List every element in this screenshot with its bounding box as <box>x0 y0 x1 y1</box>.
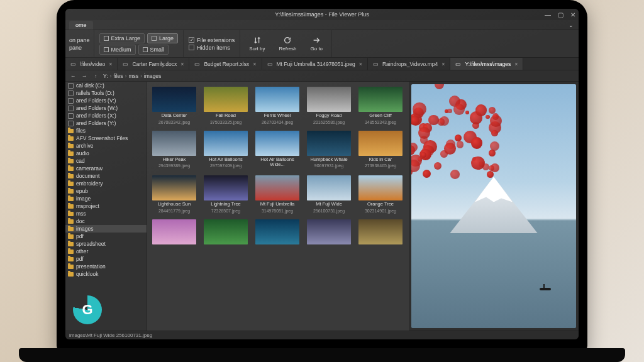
thumbnail-filename: 201625586.jpeg <box>313 120 345 124</box>
thumbnail-name: Hot Air Balloons Wide... <box>255 157 299 168</box>
drive-icon <box>68 90 74 96</box>
folder-item[interactable]: image <box>65 195 147 202</box>
ribbon: on pane pane Extra Large Large Medium Sm… <box>65 30 579 58</box>
tab-close-icon[interactable]: × <box>180 61 184 67</box>
refresh-button[interactable]: Refresh <box>275 35 300 53</box>
thumbnail-item[interactable]: Hot Air Balloons Wide... <box>255 131 299 169</box>
thumbnail-item[interactable]: Foggy Road201625586.jpeg <box>307 87 351 124</box>
folder-item[interactable]: quicklook <box>65 270 147 278</box>
thumbnail-item[interactable]: Mt Fuji Umbrella314978051.jpeg <box>255 175 299 213</box>
thumbnail-item[interactable]: Kids in Car273938465.jpeg <box>358 131 402 169</box>
document-tab[interactable]: ▭Mt Fuji Umbrella 314978051.jpeg× <box>262 58 368 70</box>
tab-close-icon[interactable]: × <box>514 61 518 67</box>
thumbnail-item[interactable] <box>358 219 402 247</box>
sort-by-button[interactable]: Sort by <box>245 35 269 53</box>
thumbnail-image <box>307 175 351 200</box>
window-title: Y:\files\mss\images - File Viewer Plus <box>275 11 369 18</box>
folder-icon <box>68 136 74 141</box>
folder-item[interactable]: pdf <box>65 255 147 263</box>
thumbnail-item[interactable]: Mt Fuji Wide256100731.jpeg <box>307 175 351 213</box>
thumbnail-grid[interactable]: Data Center267083342.jpegFall Road375033… <box>147 82 409 331</box>
folder-tree[interactable]: cal disk (C:)rallels Tools (D:)ared Fold… <box>65 82 147 331</box>
thumbnail-item[interactable]: Data Center267083342.jpeg <box>152 87 196 124</box>
thumbnail-item[interactable]: Hot Air Balloons297597409.jpeg <box>204 131 248 169</box>
breadcrumb[interactable]: Y:›files›mss›images <box>103 73 161 79</box>
thumbnail-item[interactable] <box>152 219 196 247</box>
hidden-items-check[interactable]: Hidden items <box>189 45 235 51</box>
go-to-button[interactable]: Go to <box>307 35 327 53</box>
thumbnail-filename: 267083342.jpeg <box>158 120 190 124</box>
thumbnail-item[interactable] <box>204 219 248 247</box>
minimize-button[interactable]: — <box>545 11 551 18</box>
thumbnail-item[interactable]: Orange Tree302314901.jpeg <box>358 175 402 213</box>
preview-pane-button[interactable]: pane <box>69 45 82 51</box>
folder-item[interactable]: presentation <box>65 263 147 270</box>
tab-home[interactable]: ome <box>69 21 93 30</box>
tab-close-icon[interactable]: × <box>441 61 445 67</box>
folder-item[interactable]: images <box>65 225 147 233</box>
size-small-button[interactable]: Small <box>138 45 169 55</box>
folder-item[interactable]: document <box>65 172 147 180</box>
refresh-icon <box>283 36 292 45</box>
thumbnail-image <box>255 175 299 200</box>
tab-close-icon[interactable]: × <box>253 61 256 67</box>
thumbnail-item[interactable]: Ferris Wheel262703434.jpeg <box>255 87 299 124</box>
maple-leaves-graphic <box>411 84 512 180</box>
folder-item[interactable]: audio <box>65 150 147 157</box>
folder-item[interactable]: doc <box>65 217 147 225</box>
tab-close-icon[interactable]: × <box>109 61 112 67</box>
folder-item[interactable]: mss <box>65 210 147 217</box>
size-medium-button[interactable]: Medium <box>99 45 136 55</box>
maximize-button[interactable]: ▢ <box>557 11 564 18</box>
size-extra-large-button[interactable]: Extra Large <box>99 33 145 43</box>
folder-item[interactable]: archive <box>65 142 147 150</box>
thumbnail-item[interactable]: Lighthouse Sun284491779.jpeg <box>152 175 196 213</box>
navigation-pane-button[interactable]: on pane <box>69 37 90 43</box>
folder-item[interactable]: embroidery <box>65 180 147 187</box>
document-tab[interactable]: ▭Carter Family.docx× <box>118 58 189 70</box>
folder-item[interactable]: pdf <box>65 233 147 240</box>
tab-label: Budget Report.xlsx <box>204 61 249 67</box>
folder-item[interactable]: msproject <box>65 202 147 210</box>
thumbnail-image <box>307 219 351 244</box>
file-extensions-check[interactable]: ✓File extensions <box>189 37 235 43</box>
drive-item[interactable]: rallels Tools (D:) <box>65 89 147 97</box>
thumbnail-item[interactable]: Lightning Tree72328507.jpeg <box>204 175 248 213</box>
document-tab[interactable]: ▭Y:\files\mss\images× <box>450 58 523 70</box>
drive-item[interactable]: cal disk (C:) <box>65 82 147 89</box>
thumbnail-item[interactable] <box>307 219 351 247</box>
folder-icon <box>68 182 74 186</box>
folder-item[interactable]: AFV Screenshot Files <box>65 134 147 142</box>
thumbnail-filename: 297597409.jpeg <box>210 163 242 168</box>
thumbnail-filename: 348553343.jpeg <box>365 120 396 124</box>
nav-back-button[interactable]: ← <box>69 72 77 80</box>
folder-item[interactable]: other <box>65 248 147 255</box>
tab-close-icon[interactable]: × <box>359 61 362 67</box>
size-large-button[interactable]: Large <box>147 33 178 43</box>
status-bar: images\Mt Fuji Wide 256100731.jpeg <box>65 331 579 339</box>
drive-item[interactable]: ared Folders (X:) <box>65 112 147 119</box>
folder-item[interactable]: cad <box>65 157 147 165</box>
ribbon-collapse-icon[interactable]: ⌄ <box>567 21 575 29</box>
drive-item[interactable]: ared Folders (V:) <box>65 97 147 104</box>
thumbnail-item[interactable]: Green Cliff348553343.jpeg <box>358 87 402 124</box>
close-button[interactable]: ✕ <box>570 11 576 18</box>
thumbnail-item[interactable]: Hiker Peak294399389.jpeg <box>152 131 196 169</box>
drive-item[interactable]: ared Folders (Y:) <box>65 119 147 127</box>
folder-item[interactable]: spreadsheet <box>65 240 147 248</box>
drive-item[interactable]: ared Folders (W:) <box>65 104 147 112</box>
document-tab[interactable]: ▭Budget Report.xlsx× <box>189 58 262 70</box>
folder-icon <box>68 234 74 239</box>
document-tab[interactable]: ▭Raindrops_Videvo.mp4× <box>368 58 450 70</box>
folder-item[interactable]: cameraraw <box>65 165 147 172</box>
nav-up-button[interactable]: ↑ <box>92 72 99 80</box>
thumbnail-item[interactable] <box>255 219 299 247</box>
drive-icon <box>68 106 74 111</box>
folder-item[interactable]: files <box>65 127 147 134</box>
document-tab[interactable]: ▭\files\video× <box>65 58 118 70</box>
folder-item[interactable]: epub <box>65 187 147 195</box>
thumbnail-item[interactable]: Fall Road375033325.jpeg <box>204 87 248 124</box>
nav-forward-button[interactable]: → <box>80 72 88 80</box>
thumbnail-name: Fall Road <box>216 113 236 119</box>
thumbnail-item[interactable]: Humpback Whale90697931.jpeg <box>307 131 351 169</box>
